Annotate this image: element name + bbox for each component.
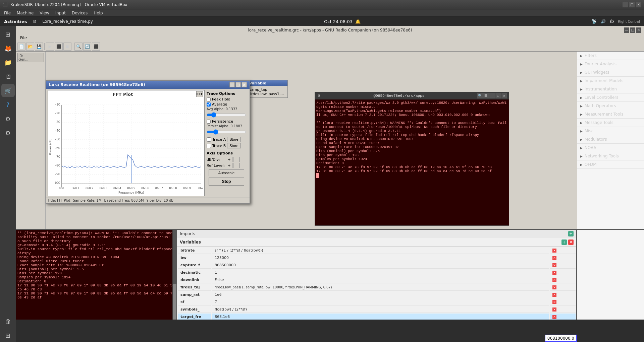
peak-hold-row[interactable]: Peak Hold [207, 97, 246, 101]
gnuradio-window-controls[interactable]: — □ ✕ [624, 27, 641, 33]
terminal-icon[interactable]: 🖥 [33, 19, 37, 24]
add-variable-btn[interactable]: + [561, 240, 567, 245]
rterm-close[interactable]: ✕ [501, 93, 507, 98]
sidebar-icon-trash[interactable]: 🗑 [1, 315, 15, 328]
toolbox-measurement[interactable]: ▶ Measurement Tools [577, 110, 644, 119]
sidebar-icon-files[interactable]: 📁 [1, 56, 15, 69]
toolbox-level[interactable]: ▶ Level Controllers [577, 93, 644, 102]
toolbox-message[interactable]: ▶ Message Tools [577, 119, 644, 127]
db-div-minus[interactable]: - [233, 157, 240, 162]
activities-btn[interactable]: Activities [4, 19, 27, 24]
stop-btn[interactable]: Stop [209, 178, 244, 186]
average-checkbox[interactable] [207, 102, 211, 107]
trace-a-checkbox[interactable] [207, 137, 211, 142]
sound-icon[interactable]: 🔊 [601, 19, 606, 24]
vm-close-btn[interactable]: ✕ [636, 2, 641, 7]
rterm-minimize[interactable]: — [489, 93, 495, 98]
menu-file[interactable]: File [1, 10, 13, 16]
power-icon[interactable]: ⏻ [610, 19, 614, 24]
toolbar-zoom[interactable]: 🔍 [74, 43, 83, 51]
bterm-scrollbar[interactable] [172, 230, 176, 320]
toolbox-networking[interactable]: ▶ Networking Tools [577, 152, 644, 160]
fft-corner-btn[interactable]: FFT [196, 91, 203, 97]
store-a-btn[interactable]: Store [227, 137, 240, 142]
toolbar-new[interactable]: 📄 [17, 43, 25, 51]
ref-level-plus[interactable]: + [226, 163, 232, 168]
rterm-search[interactable]: 🔍 [477, 93, 483, 98]
sidebar-icon-help[interactable]: ? [1, 98, 15, 111]
toolbox-ofdm[interactable]: ▶ OFDM [577, 160, 644, 169]
sidebar-icon-settings2[interactable]: ⚙ [1, 126, 15, 139]
trace-b-checkbox[interactable] [207, 144, 211, 148]
toolbar-zoom2[interactable]: ⬛ [92, 43, 100, 51]
toolbar-refresh[interactable]: 🔄 [83, 43, 91, 51]
toolbox-impairment[interactable]: ▶ Impairment Models [577, 77, 644, 85]
var-delete-decimatic[interactable]: ✕ [552, 271, 556, 275]
sidebar-icon-firefox[interactable]: 🦊 [1, 42, 15, 55]
delete-variable-btn[interactable]: ✕ [568, 240, 574, 245]
bterm-scrollbar-thumb[interactable] [173, 284, 176, 320]
sidebar-icon-apps[interactable]: ⊞ [1, 27, 15, 41]
gr-menu-file[interactable]: File [17, 35, 30, 41]
var-delete-firdes[interactable]: ✕ [552, 285, 556, 289]
vm-minimize-btn[interactable]: — [623, 2, 628, 7]
toolbar-stop2[interactable]: ⏹ [63, 43, 71, 51]
persistence-checkbox[interactable] [207, 120, 211, 124]
fft-minimize[interactable]: — [229, 82, 235, 87]
toolbar-stop[interactable]: ⬛ [55, 43, 63, 51]
var-delete-symbols[interactable]: ✕ [552, 307, 556, 312]
svg-text:868.2: 868.2 [86, 187, 93, 190]
var-delete-capture[interactable]: ✕ [552, 263, 556, 267]
var-delete-target[interactable]: ✕ [552, 315, 556, 319]
toolbox-misc[interactable]: ▶ Misc [577, 127, 644, 135]
gnuradio-minimize-btn[interactable]: — [624, 27, 629, 33]
toolbar-save[interactable]: 💾 [35, 43, 43, 51]
toolbox-math[interactable]: ▶ Math Operators [577, 102, 644, 110]
sidebar-icon-grid[interactable]: ⊞ [1, 329, 15, 342]
gnuradio-close-btn[interactable]: ✕ [636, 27, 641, 33]
rterm-menu[interactable]: ☰ [483, 93, 489, 98]
average-row[interactable]: Average [207, 102, 246, 107]
fft-close[interactable]: ✕ [241, 82, 247, 87]
right-terminal-controls[interactable]: 🔍 ☰ — □ ✕ [477, 93, 507, 98]
toolbox-modulators[interactable]: ▶ Modulators [577, 135, 644, 144]
fft-dialog-controls[interactable]: — □ ✕ [229, 82, 247, 87]
var-delete-bw[interactable]: ✕ [552, 256, 556, 260]
toolbox-gui[interactable]: ▶ GUI Widgets [577, 68, 644, 77]
vm-window-controls[interactable]: — □ ✕ [623, 2, 641, 7]
menu-devices[interactable]: Devices [69, 10, 90, 16]
persist-alpha-slider[interactable] [207, 129, 246, 135]
menu-machine[interactable]: Machine [14, 10, 36, 16]
sidebar-icon-terminal[interactable]: 🖥 [1, 70, 15, 83]
var-delete-downlink[interactable]: ✕ [552, 278, 556, 282]
autoscale-btn[interactable]: Autoscale [209, 169, 244, 176]
sidebar-icon-software[interactable]: 🛒 [1, 84, 15, 97]
var-delete-sf[interactable]: ✕ [552, 300, 556, 304]
store-b-btn[interactable]: Store [227, 143, 240, 148]
peak-hold-checkbox[interactable] [207, 97, 211, 101]
ref-level-minus[interactable]: - [233, 163, 240, 168]
toolbar-open[interactable]: 📂 [26, 43, 34, 51]
menu-help[interactable]: Help [91, 10, 105, 16]
persistence-row[interactable]: Persistence [207, 119, 246, 124]
toolbox-filters[interactable]: ▶ Filters [577, 52, 644, 60]
gnuradio-maximize-btn[interactable]: □ [630, 27, 635, 33]
var-delete-samp[interactable]: ✕ [552, 293, 556, 297]
rterm-maximize[interactable]: □ [495, 93, 501, 98]
fft-maximize[interactable]: □ [235, 82, 241, 87]
menu-view[interactable]: View [37, 10, 52, 16]
toolbox-noaa[interactable]: ▶ NOAA [577, 144, 644, 152]
var-delete-bitrate[interactable]: ✕ [552, 249, 556, 253]
toolbox-fourier[interactable]: ▶ Fourier Analysis [577, 60, 644, 68]
add-import-btn[interactable]: + [568, 231, 574, 236]
avg-alpha-slider[interactable] [207, 112, 246, 118]
menu-input[interactable]: Input [53, 10, 68, 16]
db-div-plus[interactable]: + [226, 157, 232, 162]
vm-maximize-btn[interactable]: □ [629, 2, 635, 7]
bell-icon[interactable]: 🔔 [355, 19, 361, 24]
network-icon[interactable]: 📡 [592, 19, 597, 24]
sidebar-icon-settings[interactable]: ⚙ [1, 112, 15, 125]
toolbox-instrumentation[interactable]: ▶ Instrumentation [577, 85, 644, 93]
toolbar-play[interactable]: ▶ [46, 43, 54, 51]
persist-alpha-label: Persist Alpha: 0.1887 [207, 124, 246, 128]
